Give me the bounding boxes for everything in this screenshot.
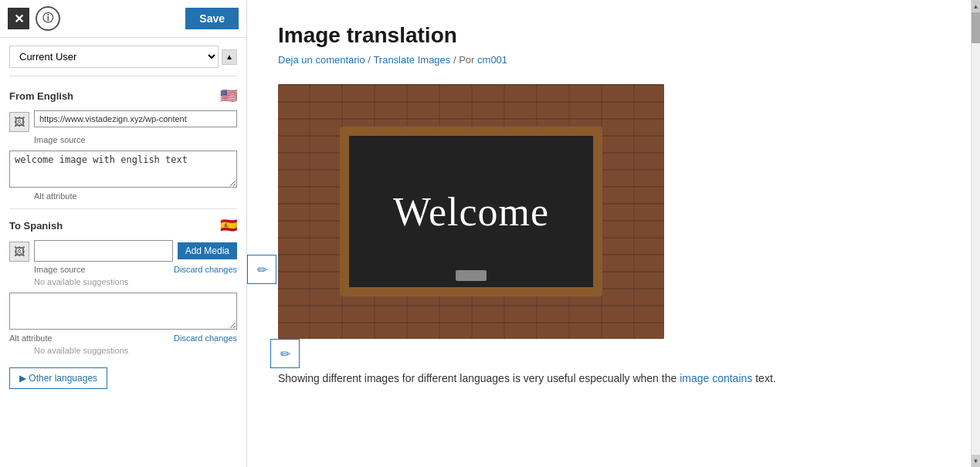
article-title: Image translation — [278, 23, 664, 48]
to-image-url-input[interactable] — [34, 240, 173, 262]
left-panel: ✕ ⓘ Save Current User ▲ From English 🇺🇸 … — [0, 0, 247, 467]
to-image-field-row: 🖼 Add Media — [9, 240, 237, 262]
welcome-image: Welcome — [278, 84, 664, 339]
user-select[interactable]: Current User — [9, 46, 219, 68]
from-alt-label: Alt attribute — [34, 191, 237, 201]
scrollbar-thumb[interactable] — [972, 12, 980, 43]
other-languages-button[interactable]: ▶ Other languages — [9, 367, 107, 389]
english-flag: 🇺🇸 — [220, 87, 237, 104]
article-meta: Deja un comentario / Translate Images / … — [278, 54, 664, 66]
to-section-title: To Spanish — [9, 220, 63, 232]
to-alt-textarea[interactable] — [9, 293, 237, 330]
description-link[interactable]: image contains — [680, 372, 752, 384]
scroll-up-button[interactable]: ▲ — [222, 49, 237, 65]
top-bar: ✕ ⓘ Save — [0, 0, 246, 38]
from-image-icon: 🖼 — [9, 112, 29, 132]
to-section-header: To Spanish 🇪🇸 — [9, 217, 237, 234]
info-button[interactable]: ⓘ — [36, 6, 60, 31]
article-description: Showing different images for different l… — [278, 370, 940, 387]
to-section: To Spanish 🇪🇸 🖼 Add Media Image source D… — [9, 217, 237, 389]
edit-pencil-button[interactable]: ✏ — [247, 255, 276, 284]
right-scrollbar: ▲ ▼ — [971, 0, 980, 467]
panel-scroll: Current User ▲ From English 🇺🇸 🖼 Image s… — [0, 38, 246, 467]
scrollbar-down-arrow[interactable]: ▼ — [972, 455, 980, 467]
from-image-field-row: 🖼 — [9, 110, 237, 132]
from-alt-textarea[interactable]: welcome image with english text — [9, 151, 237, 188]
discard-alt-link[interactable]: Discard changes — [174, 333, 237, 343]
meta-author-prefix: Por — [459, 54, 474, 66]
scrollbar-track — [972, 12, 980, 455]
meta-comment-link[interactable]: Deja un comentario — [278, 54, 365, 66]
chalkboard: Welcome — [340, 127, 602, 296]
meta-category-link[interactable]: Translate Images — [373, 54, 450, 66]
from-section-title: From English — [9, 90, 73, 102]
scrollbar-up-arrow[interactable]: ▲ — [972, 0, 980, 12]
to-alt-label: Alt attribute — [9, 333, 53, 343]
description-text: Showing different images for different l… — [278, 372, 677, 384]
add-media-button[interactable]: Add Media — [178, 242, 237, 259]
save-button[interactable]: Save — [185, 8, 239, 29]
description-end: text. — [755, 372, 775, 384]
from-section-header: From English 🇺🇸 — [9, 87, 237, 104]
from-image-source-label: Image source — [34, 135, 237, 144]
image-suggestions-text: No available suggestions — [34, 277, 237, 286]
right-panel: Image translation Deja un comentario / T… — [247, 0, 971, 467]
to-image-icon: 🖼 — [9, 242, 29, 262]
meta-sep1: / — [368, 54, 371, 66]
to-image-source-label: Image source — [34, 265, 86, 274]
spanish-flag: 🇪🇸 — [220, 217, 237, 234]
meta-sep2: / — [453, 54, 456, 66]
close-button[interactable]: ✕ — [8, 8, 29, 29]
chalk-eraser — [456, 270, 487, 281]
user-select-row: Current User ▲ — [9, 46, 237, 76]
section-separator — [9, 208, 237, 209]
alt-suggestions-text: No available suggestions — [34, 346, 237, 355]
meta-author-link[interactable]: cm001 — [477, 54, 507, 66]
chalk-welcome-text: Welcome — [393, 189, 549, 235]
from-image-url-input[interactable] — [34, 110, 237, 127]
pencil-edit-button[interactable]: ✏ — [270, 339, 300, 368]
discard-image-link[interactable]: Discard changes — [174, 265, 237, 274]
